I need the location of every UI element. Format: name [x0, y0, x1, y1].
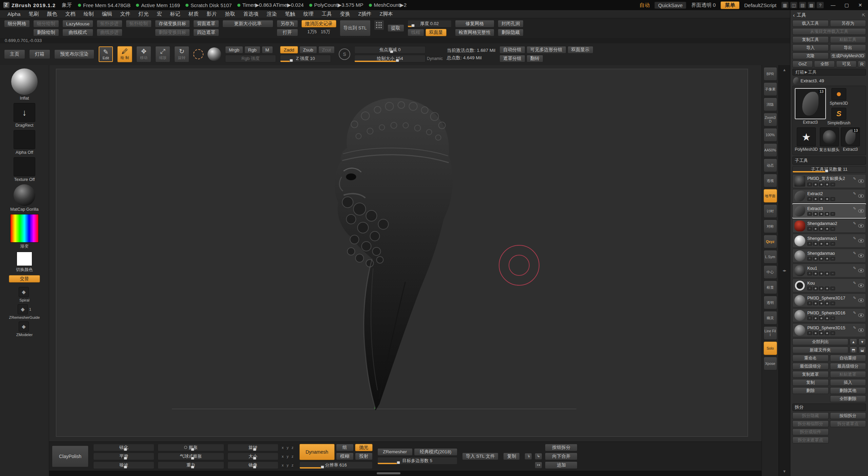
goz-all-button[interactable]: 全部	[814, 61, 834, 67]
undo-history-button[interactable]: 撤消历史记录	[301, 20, 336, 27]
subtool-thumbnail[interactable]	[794, 280, 805, 291]
subtool-plus-icon[interactable]: +	[807, 197, 812, 201]
zadd-button[interactable]: Zadd	[280, 46, 298, 54]
folder-add-icon-button[interactable]: ⬓	[859, 347, 866, 353]
subtool-toggle-icon[interactable]	[819, 212, 824, 216]
delete-other-button[interactable]: 删除其他	[830, 387, 866, 394]
matcap-sphere-icon[interactable]	[14, 184, 35, 206]
menu-item[interactable]: Z插件	[355, 11, 375, 18]
double-sided-button[interactable]: 双面显	[426, 29, 447, 36]
subtool-toggle-icon[interactable]	[813, 197, 818, 201]
subtool-paint-icon[interactable]: ✎	[853, 177, 856, 181]
open-button[interactable]: 打开	[277, 29, 298, 36]
right-shelf-icon-button[interactable]: 幽灵	[764, 311, 777, 325]
subtool-plus-icon[interactable]: +	[807, 257, 812, 261]
subtool-minus-icon[interactable]: −	[830, 272, 835, 275]
curve-mode-button[interactable]: 曲线模式	[62, 29, 93, 36]
menu-item[interactable]: 影片	[203, 11, 220, 18]
subtool-thumbnail[interactable]	[794, 235, 805, 246]
new-folder-button[interactable]: 新建文件夹	[792, 347, 848, 353]
horizontal-scrollbar-handle[interactable]	[377, 472, 400, 474]
rotate-slider[interactable]: 旋转	[228, 444, 278, 451]
goz-visible-button[interactable]: 可见	[836, 61, 856, 67]
subtool-plus-icon[interactable]: +	[807, 183, 812, 186]
subtool-toggle-icon[interactable]	[813, 331, 818, 335]
subtool-row[interactable]: Extract2 ✎ + −	[792, 189, 866, 203]
noise-slider[interactable]: 噪波	[93, 461, 154, 469]
backface-mask-button[interactable]: 背面遮罩	[193, 20, 219, 27]
delete-hidden-button[interactable]: 删除隐藏	[498, 29, 524, 36]
scale-mode-button[interactable]: ⤢ 缩放	[155, 46, 170, 62]
subtool-plus-icon[interactable]: +	[807, 302, 812, 305]
blur-button[interactable]: 模糊	[336, 453, 354, 460]
subtool-toggle-icon[interactable]	[813, 227, 818, 231]
split-masked-button[interactable]: 拆分遮罩点	[830, 420, 866, 427]
edit-mode-button[interactable]: ✎ Edit	[98, 46, 113, 62]
subtool-visibility-eye-icon[interactable]	[858, 224, 864, 228]
right-shelf-icon-button[interactable]: L.Sym	[764, 250, 777, 264]
subtool-thumbnail[interactable]	[794, 310, 805, 321]
rotate-mode-button[interactable]: ↻ 旋转	[174, 46, 189, 62]
ui-opacity-label[interactable]: 界面透明 0	[691, 2, 716, 8]
texture-off-icon[interactable]	[14, 157, 35, 176]
append-arrow-icon-button[interactable]: ↦	[535, 462, 542, 469]
mrgb-button[interactable]: Mrgb	[225, 46, 243, 54]
load-from-project-button[interactable]: 从项目文件载入工具	[792, 28, 866, 35]
merge-arrow-icon-button[interactable]: ↳	[535, 453, 542, 460]
lowest-subdiv-button[interactable]: 最低级细分	[792, 363, 829, 370]
subtool-toggle-icon[interactable]	[825, 272, 829, 275]
quick-tool-item[interactable]: ◆ ZModeler	[9, 322, 40, 337]
menu-toggle-button[interactable]: 菜单	[721, 1, 739, 9]
load-tool-button[interactable]: 载入工具	[792, 20, 829, 27]
subtool-toggle-icon[interactable]	[813, 302, 818, 305]
subtool-visibility-eye-icon[interactable]	[858, 313, 864, 317]
rename-button[interactable]: 重命名	[792, 355, 829, 361]
save-tool-as-button[interactable]: 另存为	[830, 20, 866, 27]
slider-knob[interactable]	[390, 50, 393, 53]
right-shelf-icon-button[interactable]: 计时	[764, 204, 777, 218]
material-preview-sphere[interactable]	[208, 47, 221, 61]
subtool-visibility-eye-icon[interactable]	[858, 194, 864, 198]
sharp-slider[interactable]: 锐化	[93, 444, 154, 451]
groups-toggle[interactable]: 组	[336, 444, 354, 451]
titlebar-utility-icon[interactable]: ▤	[799, 2, 806, 8]
right-shelf-icon-button[interactable]: Xpose	[764, 357, 777, 370]
pin-icon[interactable]: ⇱	[862, 13, 865, 18]
subtool-visibility-eye-icon[interactable]	[858, 254, 864, 257]
right-shelf-icon-button[interactable]: 对称	[764, 220, 777, 233]
menu-item[interactable]: 材质	[185, 11, 202, 18]
menu-item[interactable]: 绘制	[80, 11, 97, 18]
size-slider[interactable]: 大小	[228, 453, 278, 460]
color-swatch-block[interactable]: 切换颜色	[16, 252, 33, 273]
export-stl-button[interactable]: 导出到 STL	[340, 20, 371, 36]
tool-thumb-sphere3d[interactable]	[831, 88, 846, 100]
zsub-button[interactable]: Zsub	[299, 46, 317, 54]
update-size-ratio-button[interactable]: 更新大小比率	[222, 20, 273, 27]
menu-item[interactable]: 纹理	[300, 11, 317, 18]
subtool-minus-icon[interactable]: −	[830, 197, 835, 201]
check-mesh-integrity-button[interactable]: 检查网格完整性	[455, 29, 495, 36]
quick-tool-item[interactable]: ◆ 1 ZRemesherGuide	[9, 304, 40, 319]
right-shelf-icon-button[interactable]: 透视	[764, 174, 777, 187]
subtool-paint-icon[interactable]: ✎	[853, 296, 856, 300]
subtool-paint-icon[interactable]: ✎	[853, 311, 856, 315]
subtool-plus-icon[interactable]: +	[807, 331, 812, 335]
divide-button[interactable]: 细分网格	[4, 20, 30, 27]
subtool-toggle-icon[interactable]	[813, 183, 818, 186]
merge-arrow-icon-button[interactable]: ↴	[525, 453, 532, 460]
mask-groups-button[interactable]: 遮罩分组	[499, 55, 525, 62]
store-morph-target-button[interactable]: 存储变换目标	[155, 20, 190, 27]
texture-selector[interactable]: Texture Off	[14, 157, 35, 182]
current-brush[interactable]: Inflat	[11, 68, 38, 101]
topo-step-button[interactable]: 拓扑步进	[97, 20, 122, 27]
quick-tool-icon[interactable]: ◆	[18, 304, 28, 314]
subtool-thumbnail[interactable]	[794, 176, 805, 187]
menu-item[interactable]: 标记	[166, 11, 183, 18]
divider-arrow-up-icon[interactable]: ▲	[783, 68, 786, 72]
home-tab[interactable]: 主页	[4, 49, 25, 59]
thickness-slider[interactable]: 厚度 0.02	[408, 20, 452, 27]
subtool-toggle-icon[interactable]	[819, 257, 824, 261]
goz-r-button[interactable]: R	[858, 61, 866, 67]
axis-toggle-xyz[interactable]: x y z	[282, 454, 295, 458]
auto-groups-button[interactable]: 自动分组	[499, 46, 525, 54]
